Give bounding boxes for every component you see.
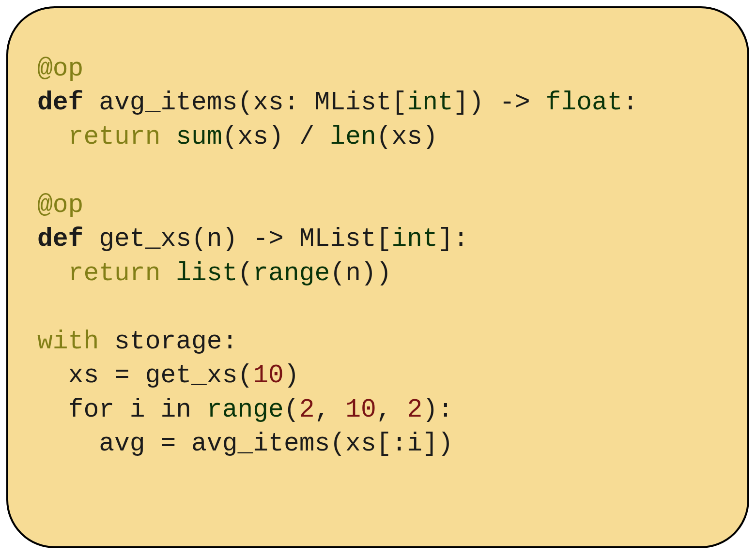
code-line-2-float: float	[546, 88, 623, 117]
code-line-5-decorator: @op	[37, 191, 83, 220]
code-line-6-name: get_xs(n) -> MList[	[99, 225, 391, 254]
code-line-3-indent	[37, 122, 68, 151]
code-line-11-n3: 2	[407, 395, 422, 424]
code-line-7-return: return	[68, 259, 176, 288]
code-line-11-n1: 2	[299, 395, 315, 424]
code-line-6-def: def	[37, 225, 99, 254]
code-line-2-name: avg_items(xs: MList[	[99, 88, 407, 117]
code-line-12-body: avg = avg_items(xs[:i])	[37, 429, 453, 458]
code-line-3-tail: (xs)	[376, 122, 438, 151]
code-line-11-close: ):	[422, 395, 453, 424]
code-line-10-num: 10	[253, 361, 284, 390]
code-line-3-sum: sum	[176, 122, 222, 151]
code-line-3-return: return	[68, 122, 176, 151]
code-line-11-n2: 10	[345, 395, 376, 424]
code-line-7-indent	[37, 259, 68, 288]
code-block: @op def avg_items(xs: MList[int]) -> flo…	[6, 6, 749, 548]
code-content: @op def avg_items(xs: MList[int]) -> flo…	[37, 52, 718, 461]
code-line-3-len: len	[330, 122, 376, 151]
code-line-7-range: range	[253, 259, 330, 288]
code-line-6-int: int	[392, 225, 438, 254]
code-line-11-c2: ,	[376, 395, 407, 424]
code-line-7-tail: (n))	[330, 259, 391, 288]
code-line-7-list: list	[176, 259, 237, 288]
code-line-2-tail: ]) ->	[453, 88, 546, 117]
code-line-6-tail: ]:	[438, 225, 469, 254]
code-line-11-a: for i in	[37, 395, 207, 424]
code-line-11-range: range	[207, 395, 284, 424]
code-line-2-def: def	[37, 88, 99, 117]
code-line-10-body: xs = get_xs(	[37, 361, 253, 390]
code-line-9-with: with	[37, 327, 114, 356]
code-line-1-decorator: @op	[37, 54, 83, 83]
code-line-11-c1: ,	[315, 395, 346, 424]
code-line-10-close: )	[284, 361, 299, 390]
code-line-9-storage: storage:	[114, 327, 237, 356]
code-line-11-open: (	[284, 395, 299, 424]
code-line-7-open: (	[238, 259, 253, 288]
code-line-2-colon: :	[623, 88, 638, 117]
code-line-2-int: int	[407, 88, 453, 117]
code-line-3-mid: (xs) /	[222, 122, 330, 151]
